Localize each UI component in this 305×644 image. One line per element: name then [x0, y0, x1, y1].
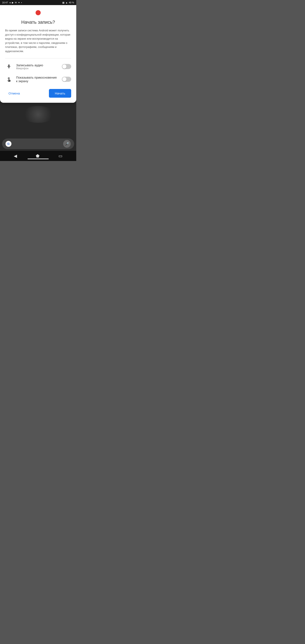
navigation-icon: ◂ — [9, 1, 10, 4]
status-left: 16:47 ◂ ▶ ✉ ✦ • — [2, 1, 22, 4]
email-icon: ✉ — [15, 1, 17, 4]
record-dot-indicator — [36, 10, 41, 15]
dot-icon: • — [21, 1, 22, 4]
nav-bar: ◀ ⬟ ▭ — [0, 151, 76, 161]
google-g-icon: G — [6, 141, 12, 147]
dialog-body: Во время записи система Android может по… — [5, 28, 71, 53]
record-audio-text: Записывать аудио Микрофон — [16, 63, 58, 70]
record-audio-title: Записывать аудио — [16, 63, 58, 67]
dialog-content: Начать запись? Во время записи система A… — [0, 5, 76, 86]
assistant-button[interactable]: 🎤 — [63, 140, 71, 148]
vibrate-icon: ▦ — [62, 1, 64, 4]
battery-text: 40 % — [69, 1, 74, 4]
show-touches-option: Показывать прикосновения к экрану — [5, 73, 71, 86]
microphone-icon — [5, 63, 13, 70]
back-button[interactable]: ◀ — [14, 153, 17, 158]
record-dialog: Начать запись? Во время записи система A… — [0, 5, 76, 103]
search-bar[interactable]: G 🎤 — [2, 138, 74, 149]
record-audio-toggle[interactable] — [62, 64, 71, 69]
record-audio-toggle-knob — [62, 64, 66, 69]
show-touches-text: Показывать прикосновения к экрану — [16, 76, 58, 83]
cancel-button[interactable]: Отмена — [5, 90, 23, 97]
show-touches-toggle[interactable] — [62, 77, 71, 82]
ripple-effect — [21, 106, 55, 123]
dialog-title: Начать запись? — [5, 20, 71, 25]
record-audio-subtitle: Микрофон — [16, 67, 58, 70]
start-button[interactable]: Начать — [49, 89, 71, 98]
recents-button[interactable]: ▭ — [58, 153, 62, 158]
dialog-actions: Отмена Начать — [0, 86, 76, 103]
home-indicator — [28, 158, 49, 159]
show-touches-toggle-knob — [62, 77, 66, 81]
status-bar: 16:47 ◂ ▶ ✉ ✦ • ▦ ▲ 40 % — [0, 0, 76, 5]
wifi-icon: ▲ — [66, 1, 68, 4]
youtube-icon: ▶ — [12, 1, 14, 4]
show-touches-title: Показывать прикосновения к экрану — [16, 76, 58, 83]
pinwheel-icon: ✦ — [18, 1, 20, 4]
record-audio-option: Записывать аудио Микрофон — [5, 60, 71, 73]
touch-icon — [5, 76, 13, 83]
divider — [5, 58, 71, 58]
status-right: ▦ ▲ 40 % — [62, 1, 74, 4]
time: 16:47 — [2, 1, 8, 4]
home-button[interactable]: ⬟ — [36, 153, 40, 158]
